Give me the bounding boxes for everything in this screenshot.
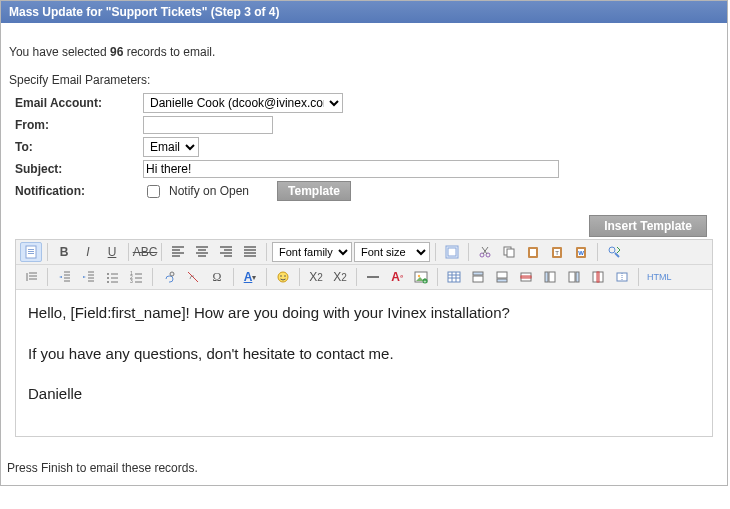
- outdent-icon[interactable]: [53, 267, 75, 287]
- separator-icon: [152, 268, 153, 286]
- label-from: From:: [7, 118, 143, 132]
- label-email-account: Email Account:: [7, 96, 143, 110]
- col-after-icon[interactable]: [563, 267, 585, 287]
- delete-row-icon[interactable]: [515, 267, 537, 287]
- italic-icon[interactable]: I: [77, 242, 99, 262]
- align-justify-icon[interactable]: [239, 242, 261, 262]
- svg-rect-46: [545, 272, 548, 282]
- template-button[interactable]: Template: [277, 181, 351, 201]
- selection-prefix: You have selected: [9, 45, 110, 59]
- selection-suffix: records to email.: [123, 45, 215, 59]
- svg-rect-47: [569, 272, 575, 282]
- body-line-3: Danielle: [28, 383, 700, 406]
- separator-icon: [128, 243, 129, 261]
- svg-rect-45: [549, 272, 555, 282]
- html-source-icon[interactable]: HTML: [644, 267, 675, 287]
- svg-rect-3: [28, 253, 34, 254]
- link-icon[interactable]: [158, 267, 180, 287]
- align-right-icon[interactable]: [215, 242, 237, 262]
- hr-icon[interactable]: [362, 267, 384, 287]
- separator-icon: [437, 268, 438, 286]
- align-center-icon[interactable]: [191, 242, 213, 262]
- row-from: From:: [7, 116, 721, 134]
- subject-input[interactable]: [143, 160, 559, 178]
- superscript-icon[interactable]: X2: [329, 267, 351, 287]
- notify-on-open-checkbox[interactable]: [147, 185, 160, 198]
- selection-summary: You have selected 96 records to email.: [9, 45, 719, 59]
- new-document-icon[interactable]: [20, 242, 42, 262]
- svg-point-31: [418, 275, 420, 277]
- svg-rect-40: [473, 272, 483, 275]
- editor-body[interactable]: Hello, [Field:first_name]! How are you d…: [16, 290, 712, 436]
- text-color-icon[interactable]: A▾: [239, 267, 261, 287]
- svg-rect-44: [521, 276, 531, 278]
- select-all-icon[interactable]: [441, 242, 463, 262]
- paste-text-icon[interactable]: T: [546, 242, 568, 262]
- svg-text:W: W: [578, 250, 584, 256]
- section-subhead: Specify Email Parameters:: [9, 73, 719, 87]
- underline-icon[interactable]: U: [101, 242, 123, 262]
- row-to: To: Email: [7, 137, 721, 157]
- separator-icon: [435, 243, 436, 261]
- table-icon[interactable]: [443, 267, 465, 287]
- row-after-icon[interactable]: [491, 267, 513, 287]
- font-family-select[interactable]: Font family: [272, 242, 352, 262]
- separator-icon: [233, 268, 234, 286]
- svg-rect-39: [473, 276, 483, 282]
- indent-icon[interactable]: [77, 267, 99, 287]
- bold-icon[interactable]: B: [53, 242, 75, 262]
- separator-icon: [356, 268, 357, 286]
- svg-text:T: T: [555, 250, 559, 256]
- svg-text:+: +: [424, 278, 427, 284]
- remove-format-icon[interactable]: Aᵃ: [386, 267, 408, 287]
- svg-point-19: [107, 273, 109, 275]
- subscript-icon[interactable]: X2: [305, 267, 327, 287]
- svg-point-20: [107, 277, 109, 279]
- special-char-icon[interactable]: Ω: [206, 267, 228, 287]
- svg-rect-48: [576, 272, 579, 282]
- email-account-select[interactable]: Danielle Cook (dcook@ivinex.com): [143, 93, 343, 113]
- find-replace-icon[interactable]: [603, 242, 625, 262]
- paste-icon[interactable]: [522, 242, 544, 262]
- insert-template-button[interactable]: Insert Template: [589, 215, 707, 237]
- rich-text-editor: B I U ABC Font: [15, 239, 713, 437]
- panel-body: You have selected 96 records to email. S…: [1, 23, 727, 445]
- separator-icon: [266, 243, 267, 261]
- separator-icon: [266, 268, 267, 286]
- blockquote-icon[interactable]: [20, 267, 42, 287]
- merge-cells-icon[interactable]: [611, 267, 633, 287]
- separator-icon: [638, 268, 639, 286]
- unordered-list-icon[interactable]: [101, 267, 123, 287]
- insert-image-icon[interactable]: +: [410, 267, 432, 287]
- separator-icon: [47, 268, 48, 286]
- separator-icon: [299, 268, 300, 286]
- emoticon-icon[interactable]: [272, 267, 294, 287]
- strikethrough-icon[interactable]: ABC: [134, 242, 156, 262]
- label-subject: Subject:: [7, 162, 143, 176]
- svg-text:3: 3: [130, 278, 133, 284]
- to-select[interactable]: Email: [143, 137, 199, 157]
- body-line-1: Hello, [Field:first_name]! How are you d…: [28, 302, 700, 325]
- cut-icon[interactable]: [474, 242, 496, 262]
- from-input[interactable]: [143, 116, 273, 134]
- svg-point-18: [609, 247, 615, 253]
- svg-point-27: [280, 275, 282, 277]
- row-before-icon[interactable]: [467, 267, 489, 287]
- delete-col-icon[interactable]: [587, 267, 609, 287]
- label-notification: Notification:: [7, 184, 143, 198]
- mass-update-panel: Mass Update for "Support Tickets" (Step …: [0, 0, 728, 486]
- editor-toolbar-row2: 123 Ω A▾ X2 X2: [16, 265, 712, 290]
- row-email-account: Email Account: Danielle Cook (dcook@ivin…: [7, 93, 721, 113]
- font-size-select[interactable]: Font size: [354, 242, 430, 262]
- separator-icon: [597, 243, 598, 261]
- ordered-list-icon[interactable]: 123: [125, 267, 147, 287]
- col-before-icon[interactable]: [539, 267, 561, 287]
- svg-point-21: [107, 281, 109, 283]
- label-to: To:: [7, 140, 143, 154]
- paste-word-icon[interactable]: W: [570, 242, 592, 262]
- align-left-icon[interactable]: [167, 242, 189, 262]
- body-line-2: If you have any questions, don't hesitat…: [28, 343, 700, 366]
- separator-icon: [161, 243, 162, 261]
- unlink-icon[interactable]: [182, 267, 204, 287]
- copy-icon[interactable]: [498, 242, 520, 262]
